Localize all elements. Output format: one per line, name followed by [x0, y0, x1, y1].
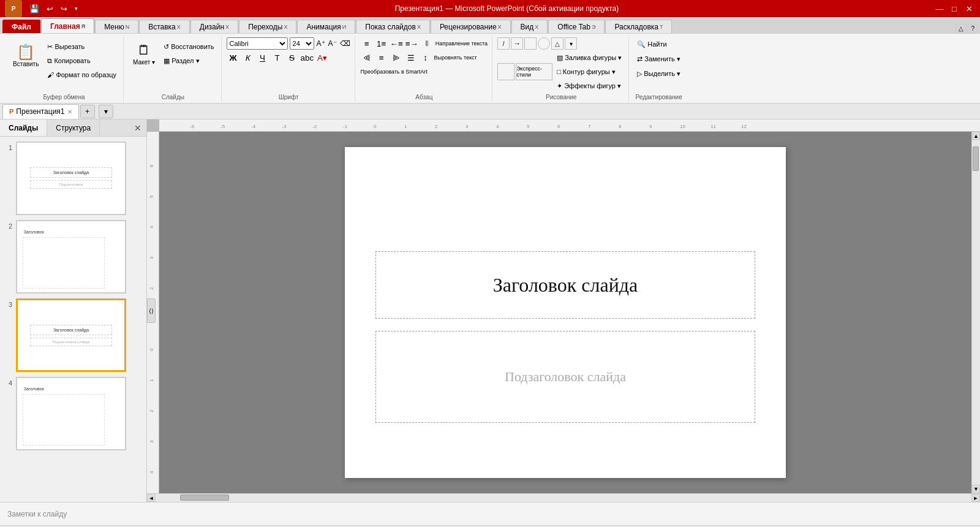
tab-review[interactable]: Рецензирование X: [431, 20, 511, 33]
font-color-btn[interactable]: A▾: [315, 51, 329, 64]
font-size-select[interactable]: 24: [290, 37, 314, 50]
s3-title-box: Заголовок слайда: [30, 325, 111, 335]
slides-tab[interactable]: Слайды: [0, 119, 47, 136]
new-slide-btn[interactable]: 🗒 Макет ▾: [129, 37, 159, 69]
vscroll-thumb[interactable]: [973, 146, 979, 171]
cut-btn[interactable]: ✂ Вырезать: [44, 40, 119, 53]
align-left-btn[interactable]: ⫷: [360, 51, 374, 64]
vscroll-down-btn[interactable]: ▼: [972, 485, 980, 493]
notes-area[interactable]: Заметки к слайду: [0, 502, 980, 525]
window-controls: — □ ✕: [933, 3, 975, 14]
shadow-btn[interactable]: Т: [271, 51, 284, 64]
tab-design[interactable]: Дизайн X: [190, 20, 238, 33]
underline-btn[interactable]: Ч: [256, 51, 270, 64]
bold-btn[interactable]: Ж: [227, 51, 240, 64]
qa-dropdown-btn[interactable]: ▾: [72, 4, 80, 13]
doc-tab-menu[interactable]: ▾: [99, 105, 113, 118]
outline-tab[interactable]: Структура: [47, 119, 100, 136]
col-btn[interactable]: ⫴: [420, 37, 434, 50]
line-spacing-btn[interactable]: ↕: [419, 51, 432, 64]
text-dir-btn[interactable]: Направление текста: [435, 37, 488, 50]
bullets-btn[interactable]: ≡: [360, 37, 374, 50]
hscroll-thumb[interactable]: [180, 495, 229, 501]
numbering-btn[interactable]: 1≡: [375, 37, 388, 50]
slide-thumb-4[interactable]: Заголовок: [16, 377, 126, 450]
strikethrough-btn[interactable]: S: [285, 51, 299, 64]
shape-tri[interactable]: △: [551, 37, 564, 50]
tab-transitions[interactable]: Переходы X: [239, 20, 296, 33]
font-grow-btn[interactable]: A⁺: [316, 39, 326, 48]
shape-line[interactable]: /: [497, 37, 510, 50]
format-painter-btn[interactable]: 🖌 Формат по образцу: [44, 68, 119, 82]
tab-home[interactable]: Главная Я: [41, 18, 94, 33]
align-center-btn[interactable]: ≡: [375, 51, 388, 64]
shape-rect[interactable]: [524, 37, 537, 50]
shape-arrow[interactable]: →: [511, 37, 523, 50]
tab-file[interactable]: Файл: [2, 20, 40, 33]
panel-collapse-btn[interactable]: ⟨⟩: [147, 298, 156, 323]
canvas-bg[interactable]: Заголовок слайда Подзаголовок слайда: [159, 132, 971, 493]
doc-tab-new[interactable]: +: [80, 105, 95, 118]
v-scrollbar[interactable]: ▲ ▼: [971, 132, 980, 493]
slide-panel: Слайды Структура ✕ 1 Заголовок слайда По…: [0, 119, 147, 502]
hscroll-track[interactable]: [156, 494, 971, 502]
vscroll-track[interactable]: [972, 140, 980, 485]
paste-btn[interactable]: 📋 Вставить: [9, 37, 43, 73]
hscroll-left-btn[interactable]: ◄: [147, 494, 156, 502]
clear-format-btn[interactable]: ⌫: [339, 39, 351, 48]
drawing-content: / → △ ▾ Экспресс-стили ▧ Заливка фигуры …: [497, 37, 625, 93]
shape-fill-btn[interactable]: ▧ Заливка фигуры ▾: [554, 51, 625, 64]
replace-btn[interactable]: ⇄ Заменить ▾: [634, 52, 684, 66]
slide-subtitle-area[interactable]: Подзаголовок слайда: [375, 331, 755, 423]
find-btn[interactable]: 🔍 Найти: [634, 37, 669, 51]
tab-slideshow[interactable]: Показ слайдов X: [356, 20, 430, 33]
replace-icon: ⇄: [637, 55, 643, 63]
slide-thumb-1[interactable]: Заголовок слайда Подзаголовок: [16, 142, 126, 215]
doc-tab-pres1[interactable]: P Презентация1 ✕: [2, 104, 79, 119]
redo-quick-btn[interactable]: ↪: [58, 3, 70, 15]
copy-btn[interactable]: ⧉ Копировать: [44, 54, 119, 67]
tab-animation[interactable]: Анимация И: [297, 20, 355, 33]
tab-office-tab[interactable]: Office Tab Э: [548, 20, 605, 33]
maximize-btn[interactable]: □: [948, 3, 960, 14]
font-family-select[interactable]: Calibri: [227, 37, 288, 50]
close-btn[interactable]: ✕: [963, 3, 975, 14]
inc-indent-btn[interactable]: ≡→: [405, 37, 419, 50]
shape-more[interactable]: ▾: [565, 37, 577, 50]
shape-outline-btn[interactable]: □ Контур фигуры ▾: [554, 65, 625, 78]
doc-tab-close[interactable]: ✕: [67, 108, 72, 115]
align-right-btn[interactable]: ⫸: [390, 51, 403, 64]
vscroll-up-btn[interactable]: ▲: [972, 132, 980, 140]
restore-btn[interactable]: ↺ Восстановить: [160, 40, 217, 53]
shape-effects-btn[interactable]: ✦ Эффекты фигур ▾: [554, 79, 625, 93]
undo-quick-btn[interactable]: ↩: [44, 3, 56, 15]
minimize-btn[interactable]: —: [933, 3, 946, 14]
slide-title-area[interactable]: Заголовок слайда: [375, 251, 755, 319]
slide-thumb-2[interactable]: Заголовок: [16, 220, 126, 294]
arrange-btn[interactable]: [497, 63, 514, 80]
slide-thumb-3[interactable]: Заголовок слайда Подзаголовок слайда: [16, 298, 126, 372]
tab-rasc[interactable]: Раскладовка T: [605, 20, 672, 33]
subscript-btn[interactable]: abc: [300, 51, 315, 64]
slide-canvas[interactable]: Заголовок слайда Подзаголовок слайда: [345, 147, 786, 478]
section-btn[interactable]: ▦ Раздел ▾: [160, 54, 217, 67]
tab-menu[interactable]: Меню N: [95, 20, 138, 33]
shape-oval[interactable]: [538, 37, 550, 50]
select-btn[interactable]: ▷ Выделить ▾: [634, 67, 684, 80]
save-quick-btn[interactable]: 💾: [27, 3, 42, 15]
quick-styles-btn[interactable]: Экспресс-стили: [516, 63, 552, 80]
tab-view[interactable]: Вид X: [511, 20, 548, 33]
ribbon-help-btn[interactable]: ?: [968, 24, 978, 33]
font-shrink-btn[interactable]: A⁻: [328, 39, 337, 48]
svg-text:4: 4: [149, 226, 154, 229]
hscroll-right-btn[interactable]: ►: [971, 494, 980, 502]
slide-panel-close[interactable]: ✕: [129, 119, 146, 136]
convert-smartart-btn[interactable]: Преобразовать в SmartArt: [360, 66, 428, 78]
tab-insert[interactable]: Вставка X: [139, 20, 190, 33]
italic-btn[interactable]: К: [241, 51, 255, 64]
h-scrollbar[interactable]: ◄ ►: [147, 493, 980, 502]
ribbon-minimize-btn[interactable]: △: [956, 24, 967, 33]
align-text-btn[interactable]: Выровнять текст: [434, 51, 478, 64]
dec-indent-btn[interactable]: ←≡: [390, 37, 404, 50]
justify-btn[interactable]: ☰: [404, 51, 418, 64]
